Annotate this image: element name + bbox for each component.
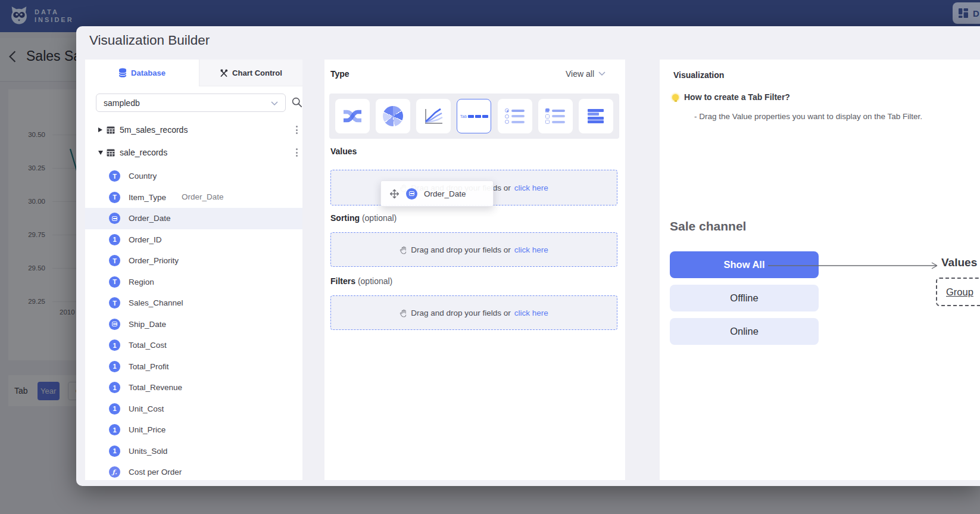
field-label: Region <box>129 278 154 286</box>
chart-type-radio-list[interactable] <box>498 99 532 133</box>
visualization-builder-modal: Visualization Builder Database <box>76 26 980 486</box>
field-label: Total_Cost <box>129 341 167 350</box>
left-panel-tabs: Database Chart Control <box>85 60 302 86</box>
values-section-label: Values <box>330 147 357 156</box>
field-item-total-cost[interactable]: 1Total_Cost <box>85 335 302 356</box>
owl-logo-icon <box>10 5 29 26</box>
caret-down-icon[interactable] <box>98 151 103 155</box>
dashboard-switcher-button[interactable]: D <box>953 2 980 24</box>
field-type-icon-text: T <box>109 297 120 309</box>
field-item-region[interactable]: TRegion <box>85 272 302 293</box>
tools-icon <box>220 68 228 77</box>
field-label: Unit_Cost <box>129 404 164 413</box>
tab-database-label: Database <box>131 68 166 77</box>
caret-right-icon[interactable] <box>98 127 102 132</box>
chart-type-data-list[interactable] <box>579 99 613 133</box>
field-item-units-sold[interactable]: 1Units_Sold <box>85 441 302 462</box>
sorting-dropzone[interactable]: Drag and drop your fields or click here <box>330 232 617 267</box>
view-all-dropdown[interactable]: View all <box>566 69 606 79</box>
drag-ghost-order-date[interactable]: Order_Date <box>380 180 494 207</box>
field-type-icon-text: T <box>109 192 120 203</box>
visualization-header: Visualization <box>673 70 724 80</box>
field-item-order-date[interactable]: Order_Date <box>85 208 302 229</box>
tip-body: - Drag the Value properties you want to … <box>694 112 922 121</box>
field-item-unit-price[interactable]: 1Unit_Price <box>85 419 302 441</box>
chart-type-strip: Tab <box>329 94 619 139</box>
tree-item-sale-records[interactable]: sale_records <box>85 142 302 163</box>
drag-hand-icon <box>400 309 407 317</box>
brand-logo: DATA INSIDER <box>10 5 74 26</box>
field-label: Item_Type <box>129 193 166 202</box>
field-label: Total_Profit <box>129 362 169 371</box>
dropzone-placeholder: Drag and drop your fields or <box>411 245 510 254</box>
click-here-link[interactable]: click here <box>514 183 548 192</box>
field-label: Ship_Date <box>129 320 166 329</box>
tab-filter-icon: Tab <box>460 114 488 119</box>
database-select[interactable]: sampledb <box>96 94 286 112</box>
dropzone-placeholder: Drag and drop your fields or <box>411 309 510 317</box>
app-root: Sales Sa 30.5030.2530.0029.7529.5029.25 … <box>0 0 980 514</box>
kebab-menu-icon[interactable] <box>294 146 300 159</box>
sankey-icon <box>342 108 363 124</box>
field-type-icon-function: ƒ. <box>109 466 120 478</box>
field-type-icon-number: 1 <box>109 361 120 372</box>
annotation-arrow-icon <box>767 261 943 270</box>
field-label: Total_Revenue <box>129 383 182 392</box>
chart-type-sankey[interactable] <box>335 99 370 133</box>
type-section-label: Type <box>330 69 349 79</box>
tree-item-5m-sales-records[interactable]: 5m_sales_records <box>85 119 302 141</box>
field-item-country[interactable]: TCountry <box>85 166 302 187</box>
dashboard-grid-icon <box>959 8 968 18</box>
chart-type-pie[interactable] <box>376 99 410 133</box>
click-here-link[interactable]: click here <box>514 309 548 317</box>
tab-chart-control[interactable]: Chart Control <box>199 60 302 86</box>
field-item-ship-date[interactable]: Ship_Date <box>85 314 302 335</box>
annotation-values-label: Values <box>941 256 977 269</box>
filters-dropzone[interactable]: Drag and drop your fields or click here <box>330 295 617 330</box>
tree-item-label: 5m_sales_records <box>120 125 188 135</box>
builder-panel: Type View all <box>324 60 625 480</box>
checkbox-list-icon <box>545 107 565 126</box>
field-item-sales-channel[interactable]: TSales_Channel <box>85 292 302 314</box>
database-panel: Database Chart Control sampledb <box>85 60 302 480</box>
tip-row: How to create a Tab Filter? <box>672 92 790 102</box>
field-item-total-profit[interactable]: 1Total_Profit <box>85 356 302 378</box>
field-item-order-id[interactable]: 1Order_ID <box>85 229 302 251</box>
annotation-group-dropzone[interactable]: Group <box>936 278 980 306</box>
field-item-total-revenue[interactable]: 1Total_Revenue <box>85 377 302 398</box>
field-type-icon-number: 1 <box>109 234 120 245</box>
field-type-icon-number: 1 <box>109 382 120 393</box>
table-icon <box>107 126 115 134</box>
field-item-cost-per-order[interactable]: ƒ.Cost per Order <box>85 462 302 480</box>
database-select-value: sampledb <box>104 98 140 108</box>
database-search-row: sampledb <box>96 94 298 112</box>
channel-option-offline[interactable]: Offline <box>670 285 819 311</box>
sorting-section-label: Sorting (optional) <box>330 213 397 223</box>
chart-type-checkbox-list[interactable] <box>538 99 573 133</box>
channel-option-online[interactable]: Online <box>670 318 819 345</box>
search-icon[interactable] <box>292 97 302 110</box>
line-chart-icon <box>423 107 444 125</box>
chevron-down-icon <box>271 98 278 108</box>
drag-hand-icon <box>400 245 407 254</box>
pie-icon <box>383 106 403 126</box>
field-item-order-priority[interactable]: TOrder_Priority <box>85 250 302 272</box>
tip-title: How to create a Tab Filter? <box>684 92 790 102</box>
brand-name: DATA INSIDER <box>35 8 74 24</box>
field-type-icon-number: 1 <box>109 339 120 351</box>
dashboard-switcher-label: D <box>973 8 979 18</box>
field-item-unit-cost[interactable]: 1Unit_Cost <box>85 398 302 420</box>
tree-item-label: sale_records <box>120 148 167 157</box>
kebab-menu-icon[interactable] <box>294 123 300 136</box>
click-here-link[interactable]: click here <box>514 245 548 254</box>
radio-list-icon <box>505 107 525 126</box>
field-type-icon-date <box>109 213 120 224</box>
field-type-icon-number: 1 <box>109 403 120 415</box>
data-list-icon <box>588 108 604 124</box>
chart-type-line[interactable] <box>416 99 451 133</box>
tab-database[interactable]: Database <box>85 60 199 86</box>
chart-type-tab-filter[interactable]: Tab <box>457 99 491 133</box>
tab-chart-control-label: Chart Control <box>232 68 282 77</box>
field-label: Sales_Channel <box>129 298 183 307</box>
field-type-icon-date <box>109 319 120 330</box>
